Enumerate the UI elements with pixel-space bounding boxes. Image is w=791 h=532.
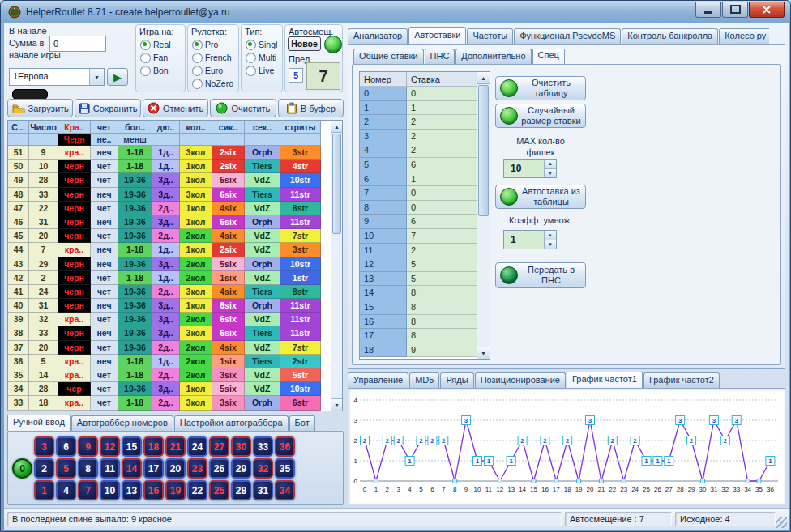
board-number-36[interactable]: 36	[275, 436, 295, 457]
board-number-35[interactable]: 35	[275, 458, 295, 479]
radio-euro[interactable]: Euro	[192, 64, 238, 77]
bets-tab-0[interactable]: Общие ставки	[353, 49, 424, 64]
bets-row[interactable]: 158	[360, 300, 490, 315]
bets-row[interactable]: 112	[360, 244, 490, 258]
radio-bon[interactable]: Bon	[140, 64, 185, 77]
stepper-down-button[interactable]: ▼	[544, 169, 556, 178]
bets-row[interactable]: 11	[360, 101, 490, 116]
cancel-button[interactable]: Отменить	[143, 99, 208, 117]
bet-stake-cell[interactable]: 5	[407, 272, 478, 287]
bets-tab-3[interactable]: Спец	[532, 49, 565, 64]
stepper-down-button[interactable]: ▼	[544, 240, 556, 249]
chart-tab-4[interactable]: График частот1	[567, 372, 643, 388]
board-number-22[interactable]: 22	[187, 480, 207, 500]
bets-row[interactable]: 125	[360, 257, 490, 272]
bets-row[interactable]: 107	[360, 229, 490, 244]
scroll-down-button[interactable]: ▼	[331, 398, 342, 411]
radio-live[interactable]: Live	[246, 64, 282, 77]
board-number-11[interactable]: 11	[100, 458, 120, 479]
bet-stake-cell[interactable]: 2	[407, 143, 478, 158]
new-button[interactable]: Новое	[288, 36, 321, 51]
bet-stake-cell[interactable]: 8	[407, 315, 478, 330]
board-number-30[interactable]: 30	[231, 436, 251, 457]
save-button[interactable]: Сохранить	[75, 99, 140, 117]
app-icon[interactable]	[8, 6, 21, 19]
bets-row[interactable]: 189	[360, 343, 490, 358]
board-number-5[interactable]: 5	[56, 458, 76, 479]
board-number-17[interactable]: 17	[143, 458, 164, 479]
scrollbar-thumb[interactable]	[478, 85, 489, 216]
bets-row[interactable]: 80	[360, 201, 490, 215]
scroll-down-button[interactable]: ▼	[477, 347, 490, 359]
main-tab-0[interactable]: Анализатор	[348, 28, 408, 44]
transfer-to-pns-button[interactable]: Передать в ПНС	[495, 262, 586, 288]
input-tab-3[interactable]: Бот	[289, 415, 315, 431]
bets-tab-1[interactable]: ПНС	[425, 49, 455, 64]
bet-stake-cell[interactable]: 8	[407, 286, 478, 300]
board-number-12[interactable]: 12	[100, 436, 120, 457]
clear-button[interactable]: Очистить	[210, 99, 276, 117]
board-number-3[interactable]: 3	[34, 436, 54, 457]
board-number-7[interactable]: 7	[78, 480, 98, 500]
board-number-23[interactable]: 23	[187, 458, 207, 479]
board-number-27[interactable]: 27	[209, 436, 229, 457]
chart-tab-0[interactable]: Управление	[348, 372, 408, 388]
scrollbar-track[interactable]	[331, 133, 342, 398]
radio-real[interactable]: Real	[140, 38, 185, 51]
minimize-button[interactable]	[695, 2, 721, 18]
board-number-26[interactable]: 26	[209, 458, 229, 479]
board-number-32[interactable]: 32	[253, 458, 273, 479]
start-sum-input[interactable]	[49, 36, 106, 52]
board-number-25[interactable]: 25	[209, 480, 229, 500]
radio-multi[interactable]: Multi	[246, 51, 282, 64]
stepper-up-button[interactable]: ▲	[544, 160, 556, 169]
random-size-button[interactable]: Случайный размер ставки	[495, 104, 586, 128]
scrollbar-track[interactable]	[477, 84, 490, 347]
bets-row[interactable]: 148	[360, 286, 490, 300]
bet-stake-cell[interactable]: 9	[407, 343, 478, 358]
radio-nozero[interactable]: NoZero	[192, 77, 238, 90]
autobet-from-table-button[interactable]: Автоставка из таблицы	[495, 185, 586, 209]
close-button[interactable]	[749, 2, 785, 18]
board-number-31[interactable]: 31	[253, 480, 273, 500]
radio-fan[interactable]: Fan	[140, 51, 185, 64]
chart-tab-1[interactable]: MD5	[409, 372, 439, 388]
stepper-up-button[interactable]: ▲	[544, 231, 556, 240]
clear-table-button[interactable]: Очистить таблицу	[495, 76, 586, 100]
spin-table-scrollbar[interactable]: ▲ ▼	[331, 121, 342, 411]
max-chips-input[interactable]: 10	[504, 160, 544, 177]
bet-stake-cell[interactable]: 8	[407, 329, 478, 343]
board-number-2[interactable]: 2	[34, 458, 54, 479]
board-number-14[interactable]: 14	[122, 458, 142, 479]
bets-row[interactable]: 61	[360, 172, 490, 187]
bets-row[interactable]: 168	[360, 315, 490, 330]
scroll-up-button[interactable]: ▲	[331, 121, 342, 133]
board-number-9[interactable]: 9	[78, 436, 98, 457]
input-tab-2[interactable]: Настройки автограббера	[174, 415, 289, 431]
radio-singl[interactable]: Singl	[246, 38, 282, 51]
input-tab-0[interactable]: Ручной ввод	[7, 415, 71, 431]
bet-stake-cell[interactable]: 2	[407, 130, 478, 144]
board-number-10[interactable]: 10	[100, 480, 120, 500]
bet-stake-cell[interactable]: 0	[407, 87, 478, 101]
bet-stake-cell[interactable]: 2	[407, 244, 478, 258]
titlebar[interactable]: HelperRoullet 8.71 - create helperroulle…	[1, 1, 790, 23]
bet-stake-cell[interactable]: 1	[407, 172, 478, 187]
maximize-button[interactable]	[722, 2, 748, 18]
board-number-24[interactable]: 24	[187, 436, 207, 457]
main-tab-1[interactable]: Автоставки	[408, 27, 466, 44]
scrollbar-thumb[interactable]	[332, 134, 341, 234]
board-number-19[interactable]: 19	[165, 480, 186, 500]
board-number-1[interactable]: 1	[34, 480, 54, 500]
board-number-16[interactable]: 16	[143, 480, 164, 500]
bets-row[interactable]: 56	[360, 158, 490, 172]
main-tab-2[interactable]: Частоты	[467, 28, 513, 44]
bets-row[interactable]: 22	[360, 115, 490, 130]
bet-stake-cell[interactable]: 0	[407, 186, 478, 201]
board-number-21[interactable]: 21	[165, 436, 186, 457]
main-tab-3[interactable]: Функционал PsevdoMS	[514, 28, 621, 44]
bet-stake-cell[interactable]: 8	[407, 300, 478, 315]
bets-row[interactable]: 135	[360, 272, 490, 287]
preset-combobox[interactable]: 1Европа ▼	[9, 68, 105, 86]
board-number-6[interactable]: 6	[56, 436, 76, 457]
